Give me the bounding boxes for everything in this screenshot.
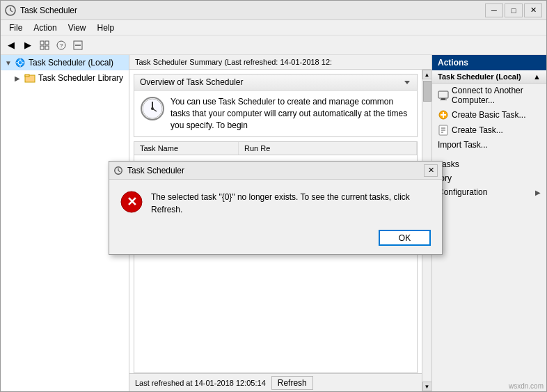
- expand-icon-library: ▶: [15, 75, 24, 82]
- dialog-close-button[interactable]: ✕: [424, 164, 438, 177]
- overview-section: Overview of Task Scheduler: [134, 74, 418, 137]
- actions-title: Actions: [438, 58, 468, 68]
- forward-button[interactable]: ▶: [20, 38, 35, 53]
- right-panel: Actions Task Scheduler (Local) ▲ Connect…: [431, 55, 546, 391]
- menu-action[interactable]: Action: [28, 22, 62, 34]
- title-bar-left: Task Scheduler: [5, 5, 77, 16]
- connect-icon: [438, 90, 449, 101]
- refresh-button[interactable]: Refresh: [271, 376, 313, 390]
- overview-text: You can use Task Scheduler to create and…: [171, 96, 411, 131]
- grid-icon: [40, 40, 49, 50]
- help-icon: ?: [56, 40, 66, 50]
- dialog-message: The selected task "{0}" no longer exists…: [151, 191, 431, 216]
- action-create-basic-label: Create Basic Task...: [452, 110, 526, 120]
- svg-rect-5: [40, 46, 44, 49]
- overview-body: You can use Task Scheduler to create and…: [134, 91, 417, 136]
- action-config-label: Configuration: [438, 187, 487, 197]
- action-create[interactable]: Create Task...: [432, 123, 546, 138]
- action-connect[interactable]: Connect to Another Computer...: [432, 84, 546, 107]
- action-create-basic[interactable]: Create Basic Task...: [432, 107, 546, 123]
- dialog-footer: OK: [109, 224, 442, 254]
- create-task-icon: [438, 125, 449, 136]
- action-tasks[interactable]: Tasks: [432, 157, 546, 171]
- action-configuration[interactable]: Configuration ▶: [432, 185, 546, 199]
- help-button[interactable]: ?: [54, 38, 69, 53]
- minus-button[interactable]: [70, 38, 86, 53]
- close-button[interactable]: ✕: [524, 3, 542, 17]
- folder-icon: [24, 72, 35, 84]
- collapse-icon: [403, 78, 411, 86]
- dialog-title-text: Task Scheduler: [127, 166, 184, 175]
- status-bar: Last refreshed at 14-01-2018 12:05:14 Re…: [129, 373, 422, 391]
- action-import-label: Import Task...: [438, 140, 488, 150]
- tree-label-library: Task Scheduler Library: [38, 73, 123, 83]
- collapse-actions-icon: ▲: [533, 72, 541, 81]
- scroll-thumb[interactable]: [423, 81, 431, 102]
- svg-rect-27: [440, 100, 447, 100]
- watermark: wsxdn.com: [509, 382, 544, 390]
- main-window: Task Scheduler ─ □ ✕ File Action View He…: [0, 0, 547, 392]
- action-history[interactable]: tory: [432, 171, 546, 185]
- maximize-button[interactable]: □: [505, 3, 523, 17]
- svg-rect-6: [45, 46, 49, 49]
- title-bar-controls: ─ □ ✕: [485, 3, 542, 17]
- submenu-arrow-icon: ▶: [535, 189, 541, 196]
- svg-text:?: ?: [60, 42, 63, 49]
- svg-rect-3: [40, 41, 44, 45]
- dialog: Task Scheduler ✕ ✕ The selected task "{0…: [109, 161, 443, 255]
- action-import[interactable]: Import Task...: [432, 138, 546, 152]
- error-icon: ✕: [120, 191, 143, 213]
- table-header: Task Name Run Re: [134, 142, 417, 155]
- action-create-label: Create Task...: [452, 125, 503, 135]
- menu-view[interactable]: View: [63, 22, 92, 34]
- spacer: [432, 152, 546, 157]
- dialog-title-bar: Task Scheduler ✕: [109, 162, 442, 180]
- svg-rect-18: [25, 75, 29, 77]
- grid-button[interactable]: [37, 38, 52, 53]
- minus-icon: [73, 40, 83, 50]
- status-text: Last refreshed at 14-01-2018 12:05:14: [135, 379, 266, 387]
- menu-help[interactable]: Help: [92, 22, 120, 34]
- svg-line-37: [118, 171, 120, 172]
- summary-header-text: Task Scheduler Summary (Last refreshed: …: [135, 58, 332, 66]
- scroll-up-arrow[interactable]: ▲: [422, 70, 432, 79]
- dialog-app-icon: [113, 166, 123, 175]
- toolbar: ◀ ▶ ?: [1, 36, 546, 55]
- back-button[interactable]: ◀: [3, 38, 19, 53]
- svg-marker-19: [404, 81, 410, 84]
- scroll-down-arrow[interactable]: ▼: [422, 382, 432, 391]
- title-bar: Task Scheduler ─ □ ✕: [1, 1, 546, 20]
- actions-header: Actions: [432, 55, 546, 70]
- window-title: Task Scheduler: [20, 6, 77, 15]
- svg-rect-4: [45, 41, 49, 45]
- overview-header[interactable]: Overview of Task Scheduler: [134, 75, 417, 91]
- col-task-name: Task Name: [134, 142, 239, 155]
- menu-bar: File Action View Help: [1, 20, 546, 36]
- app-icon: [5, 5, 16, 16]
- computer-icon: [15, 57, 26, 68]
- expand-icon-local: ▼: [5, 59, 15, 67]
- actions-group-local[interactable]: Task Scheduler (Local) ▲: [432, 70, 546, 84]
- action-connect-label: Connect to Another Computer...: [452, 86, 541, 105]
- col-run-result: Run Re: [239, 142, 417, 155]
- dialog-title-left: Task Scheduler: [113, 166, 184, 175]
- create-basic-icon: [438, 109, 449, 120]
- tree-label-local: Task Scheduler (Local): [29, 58, 113, 68]
- svg-rect-25: [438, 91, 448, 98]
- tree-item-library[interactable]: ▶ Task Scheduler Library: [1, 70, 129, 86]
- clock-icon: [140, 96, 165, 121]
- svg-point-24: [151, 107, 154, 110]
- menu-file[interactable]: File: [3, 22, 28, 34]
- panel-header: Task Scheduler Summary (Last refreshed: …: [129, 55, 431, 70]
- actions-group-label: Task Scheduler (Local): [438, 72, 521, 81]
- svg-rect-26: [441, 98, 445, 100]
- dialog-body: ✕ The selected task "{0}" no longer exis…: [109, 180, 442, 224]
- minimize-button[interactable]: ─: [485, 3, 503, 17]
- svg-line-2: [10, 10, 13, 12]
- ok-button[interactable]: OK: [379, 230, 431, 246]
- tree-item-local[interactable]: ▼ Task Scheduler (Local): [1, 55, 129, 70]
- overview-title: Overview of Task Scheduler: [140, 77, 244, 87]
- svg-text:✕: ✕: [127, 195, 137, 209]
